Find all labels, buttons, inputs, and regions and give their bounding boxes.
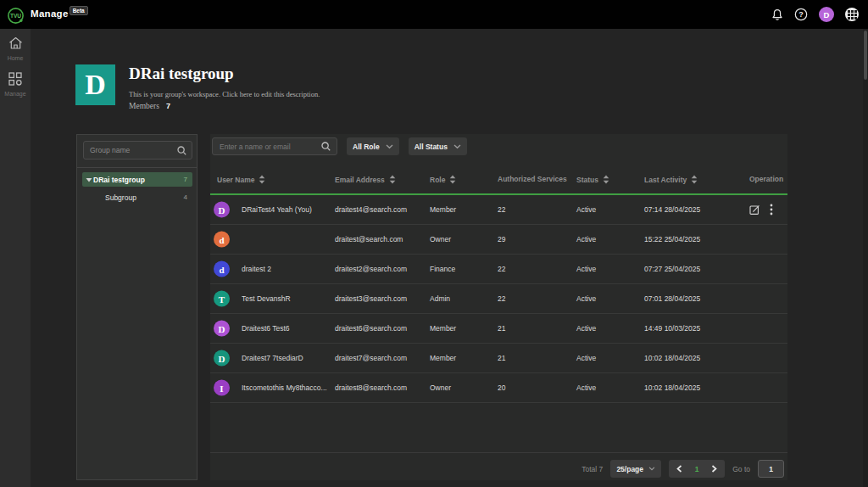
cell-status: Active [576, 354, 596, 362]
chevron-down-icon [453, 144, 461, 149]
more-icon[interactable] [770, 204, 773, 216]
cell-role: Member [430, 324, 456, 333]
cell-operations [749, 204, 773, 216]
cell-status: Active [576, 324, 596, 333]
cell-email: draitest2@search.com [335, 265, 407, 273]
table-row[interactable]: DDRaiTest4 Yeah (You)draitest4@search.co… [210, 195, 787, 225]
search-icon [321, 142, 331, 151]
member-search-input[interactable] [213, 143, 321, 151]
table-row[interactable]: ddraitest@search.comOwner29Active15:22 2… [210, 225, 787, 255]
cell-user-name: Itscometothis My8thacco... [242, 383, 327, 392]
cell-role: Owner [430, 235, 451, 244]
tree-item-label: DRai testgroup [93, 176, 145, 184]
cell-role: Member [430, 205, 456, 214]
group-panel: DRai testgroup7Subgroup4 [76, 134, 198, 480]
status-filter-value: All Status [415, 143, 448, 151]
apps-grid-icon[interactable] [845, 8, 859, 21]
cell-email: draitest3@search.com [335, 294, 407, 303]
tree-item-count: 7 [184, 176, 187, 183]
row-avatar: T [214, 291, 230, 307]
sort-icon[interactable] [389, 175, 396, 184]
tree-item-label: Subgroup [105, 193, 136, 202]
table-row[interactable]: DDraitest7 7tsediarDdraitest7@search.com… [210, 344, 787, 373]
apps-icon [8, 72, 22, 89]
column-header-user-name[interactable]: User Name [217, 175, 265, 184]
column-label: Status [576, 176, 598, 184]
screen: TVU Manage Beta ? D [0, 0, 868, 487]
tree-item-subgroup[interactable]: Subgroup4 [82, 190, 192, 204]
role-filter-value: All Role [353, 143, 380, 151]
caret-down-icon[interactable] [82, 176, 93, 183]
sort-icon[interactable] [449, 175, 456, 184]
user-avatar[interactable]: D [819, 7, 834, 22]
panel-divider [77, 167, 197, 168]
pager: 1 [669, 460, 725, 478]
sidebar-item-manage[interactable]: Manage [4, 72, 25, 97]
cell-last-activity: 07:27 25/04/2025 [644, 265, 700, 273]
home-icon [8, 36, 23, 53]
svg-text:TVU: TVU [10, 13, 21, 19]
sidebar-item-home[interactable]: Home [8, 36, 24, 61]
members-count: 7 [166, 102, 170, 110]
goto-label: Go to [732, 465, 750, 473]
group-description[interactable]: This is your group's workspace. Click he… [129, 90, 320, 98]
column-header-last-activity[interactable]: Last Activity [644, 175, 698, 184]
cell-email: draitest7@search.com [335, 354, 407, 362]
scrollbar-track[interactable] [863, 29, 868, 487]
sort-icon[interactable] [603, 175, 609, 184]
cell-status: Active [576, 294, 596, 303]
group-avatar: D [75, 64, 115, 105]
table-body: DDRaiTest4 Yeah (You)draitest4@search.co… [210, 195, 787, 403]
status-filter-select[interactable]: All Status [409, 137, 467, 155]
tree-item-drai-testgroup[interactable]: DRai testgroup7 [82, 172, 192, 187]
cell-role: Admin [430, 294, 450, 303]
role-filter-select[interactable]: All Role [347, 137, 399, 155]
column-header-operation: Operation [749, 175, 783, 183]
cell-email: draitest4@search.com [335, 205, 407, 214]
group-search-input[interactable] [84, 146, 177, 154]
help-icon[interactable]: ? [794, 8, 808, 21]
cell-authorized-services: 20 [498, 383, 505, 392]
members-row: Members7 [129, 102, 320, 110]
column-label: Operation [749, 175, 783, 183]
cell-user-name: DRaiTest4 Yeah (You) [242, 205, 312, 214]
edit-icon[interactable] [749, 204, 760, 216]
cell-user-name: Test DevanshR [242, 294, 291, 303]
table-row[interactable]: TTest DevanshRdraitest3@search.comAdmin2… [210, 284, 787, 314]
table-header: User NameEmail AddressRoleAuthorized Ser… [210, 166, 787, 194]
cell-last-activity: 15:22 25/04/2025 [644, 235, 700, 244]
cell-last-activity: 10:02 18/04/2025 [644, 354, 700, 362]
cell-authorized-services: 22 [498, 265, 505, 273]
row-avatar: D [214, 202, 230, 218]
scrollbar-thumb[interactable] [864, 31, 867, 80]
group-search-box [83, 141, 192, 160]
sort-icon[interactable] [691, 175, 698, 184]
chevron-down-icon [648, 467, 655, 471]
cell-role: Finance [430, 265, 455, 273]
beta-badge: Beta [70, 6, 88, 16]
table-row[interactable]: ddraitest 2draitest2@search.comFinance22… [210, 255, 787, 284]
page-title: DRai testgroup [129, 65, 320, 83]
filter-bar: All Role All Status [212, 137, 467, 155]
total-count: Total 7 [581, 465, 603, 473]
goto-page-input[interactable] [758, 460, 784, 478]
cell-status: Active [576, 265, 596, 273]
bell-icon[interactable] [771, 8, 783, 21]
cell-email: draitest6@search.com [335, 324, 407, 333]
current-page[interactable]: 1 [688, 465, 705, 473]
cell-last-activity: 14:49 10/03/2025 [644, 324, 700, 333]
column-header-status[interactable]: Status [576, 175, 609, 184]
prev-page-button[interactable] [670, 460, 688, 478]
cell-email: draitest8@search.com [335, 383, 407, 392]
column-header-email-address[interactable]: Email Address [335, 175, 396, 184]
pagination: Total 7 25/page 1 Go to [581, 460, 784, 478]
table-row[interactable]: DDraitest6 Test6draitest6@search.comMemb… [210, 314, 787, 344]
table-row[interactable]: IItscometothis My8thacco...draitest8@sea… [210, 373, 787, 403]
brand[interactable]: TVU Manage Beta [7, 5, 88, 25]
cell-last-activity: 10:02 18/04/2025 [644, 383, 700, 392]
member-search-box [212, 137, 337, 155]
page-size-select[interactable]: 25/page [610, 460, 661, 478]
sort-icon[interactable] [259, 175, 265, 184]
column-header-role[interactable]: Role [430, 175, 456, 184]
next-page-button[interactable] [705, 460, 723, 478]
